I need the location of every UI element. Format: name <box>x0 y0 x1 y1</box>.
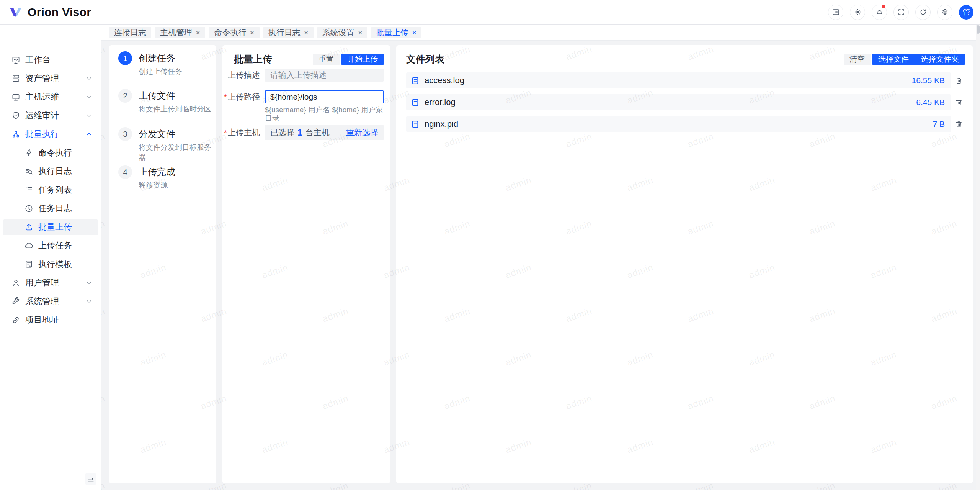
trash-icon <box>955 120 963 128</box>
required-asterisk: * <box>224 128 227 137</box>
close-icon[interactable]: × <box>358 28 363 36</box>
tab-system-settings[interactable]: 系统设置× <box>317 27 368 38</box>
sidebar-item-project-url[interactable]: 项目地址 <box>3 312 98 328</box>
reset-button[interactable]: 重置 <box>313 54 340 65</box>
text-caret <box>318 92 318 102</box>
sidebar-item-label: 运维审计 <box>25 110 59 121</box>
file-list-panel: 文件列表 清空 选择文件 选择文件夹 access.log <box>396 45 973 483</box>
select-folder-button[interactable]: 选择文件夹 <box>915 54 965 65</box>
upload-host-field: 已选择 1 台主机 重新选择 <box>265 125 384 140</box>
assets-icon <box>11 74 20 83</box>
user-icon <box>11 279 20 287</box>
notifications-button[interactable] <box>872 5 887 20</box>
upload-path-row: *上传路径 ${home}/logs <box>222 90 390 103</box>
upload-path-input[interactable]: ${home}/logs <box>265 90 384 103</box>
sidebar: 工作台 资产管理 主机运维 运维审计 批量执行 命令执行 执行日志 <box>0 25 101 490</box>
refresh-button[interactable] <box>915 5 931 20</box>
step-distribute-files: 3 分发文件 将文件分发到目标服务器 <box>118 127 213 162</box>
chevron-down-icon <box>85 112 93 119</box>
settings-button[interactable] <box>937 5 952 20</box>
sidebar-item-label: 批量执行 <box>25 128 59 140</box>
step-desc: 创建上传任务 <box>139 67 182 77</box>
select-file-button[interactable]: 选择文件 <box>872 54 915 65</box>
sidebar-item-label: 执行模板 <box>38 259 72 270</box>
sidebar-item-batch-upload[interactable]: 批量上传 <box>3 219 98 235</box>
clear-files-button[interactable]: 清空 <box>844 54 871 65</box>
shield-check-icon <box>11 111 20 120</box>
tab-command-exec[interactable]: 命令执行× <box>209 27 259 38</box>
step-number: 2 <box>118 89 132 103</box>
notification-badge <box>881 4 886 9</box>
step-connector <box>125 145 125 162</box>
sidebar-item-batch-exec[interactable]: 批量执行 <box>3 126 98 142</box>
close-icon[interactable]: × <box>304 28 309 36</box>
upload-path-value: ${home}/logs <box>270 92 317 102</box>
scrollbar-track[interactable] <box>976 25 980 490</box>
app-header: Orion Visor 管 <box>0 0 980 25</box>
theme-toggle-button[interactable] <box>850 5 865 20</box>
sidebar-item-upload-task[interactable]: 上传任务 <box>3 238 98 254</box>
start-upload-button[interactable]: 开始上传 <box>341 54 384 65</box>
upload-host-label: *上传主机 <box>222 127 265 138</box>
sidebar-item-command-exec[interactable]: 命令执行 <box>3 145 98 161</box>
sidebar-item-exec-template[interactable]: 执行模板 <box>3 256 98 272</box>
steps-panel: 1 创建任务 创建上传任务 2 上传文件 将文件上传到临时分区 3 <box>109 45 216 483</box>
sidebar-item-label: 用户管理 <box>25 277 59 288</box>
sidebar-item-task-log[interactable]: 任务日志 <box>3 200 98 216</box>
tab-batch-upload[interactable]: 批量上传× <box>371 27 421 38</box>
delete-file-button[interactable] <box>952 98 965 107</box>
main-area: 连接日志 主机管理× 命令执行× 执行日志× 系统设置× 批量上传× <box>101 25 980 490</box>
code-window-button[interactable] <box>828 5 843 20</box>
fullscreen-button[interactable] <box>893 5 909 20</box>
tab-connection-log[interactable]: 连接日志 <box>109 27 151 38</box>
sidebar-item-label: 批量上传 <box>38 221 72 233</box>
log-search-icon <box>24 167 33 176</box>
batch-exec-icon <box>11 130 20 139</box>
close-icon[interactable]: × <box>412 28 416 36</box>
required-asterisk: * <box>224 92 227 101</box>
upload-path-label: *上传路径 <box>222 92 265 102</box>
tab-bar: 连接日志 主机管理× 命令执行× 执行日志× 系统设置× 批量上传× <box>101 25 980 41</box>
sidebar-item-task-list[interactable]: 任务列表 <box>3 182 98 198</box>
app-title: Orion Visor <box>28 6 91 19</box>
close-icon[interactable]: × <box>196 28 200 36</box>
sidebar-item-label: 项目地址 <box>25 314 59 326</box>
page-content: 1 创建任务 创建上传任务 2 上传文件 将文件上传到临时分区 3 <box>101 41 980 490</box>
file-size: 16.55 KB <box>912 76 945 85</box>
step-title: 分发文件 <box>139 127 213 141</box>
upload-form-panel: 批量上传 重置 开始上传 上传描述 请输入上传描述 *上传路径 ${home}/… <box>222 45 390 483</box>
tab-host-mgmt[interactable]: 主机管理× <box>155 27 205 38</box>
chevron-down-icon <box>85 279 93 287</box>
sidebar-item-host-ops[interactable]: 主机运维 <box>3 89 98 105</box>
user-avatar[interactable]: 管 <box>959 5 973 20</box>
sidebar-item-audit[interactable]: 运维审计 <box>3 108 98 124</box>
refresh-icon <box>919 8 927 16</box>
delete-file-button[interactable] <box>952 77 965 85</box>
sidebar-item-workbench[interactable]: 工作台 <box>3 52 98 68</box>
sidebar-collapse-button[interactable] <box>85 473 96 485</box>
file-name: nginx.pid <box>425 119 458 129</box>
file-size: 7 B <box>933 120 945 129</box>
file-icon <box>411 98 420 107</box>
sidebar-item-system-mgmt[interactable]: 系统管理 <box>3 293 98 310</box>
tab-exec-log[interactable]: 执行日志× <box>263 27 314 38</box>
close-icon[interactable]: × <box>250 28 254 36</box>
header-actions: 管 <box>828 5 980 20</box>
step-connector <box>125 107 125 124</box>
step-desc: 将文件上传到临时分区 <box>139 104 211 114</box>
link-icon <box>11 316 20 324</box>
file-row-body: nginx.pid 7 B <box>406 116 951 132</box>
sidebar-item-user-mgmt[interactable]: 用户管理 <box>3 275 98 291</box>
upload-desc-input[interactable]: 请输入上传描述 <box>265 69 384 82</box>
sidebar-item-label: 上传任务 <box>38 240 72 251</box>
avatar-text: 管 <box>963 7 970 17</box>
tab-label: 主机管理 <box>160 27 192 38</box>
trash-icon <box>955 77 963 85</box>
sidebar-item-assets[interactable]: 资产管理 <box>3 70 98 87</box>
sidebar-item-exec-log[interactable]: 执行日志 <box>3 163 98 179</box>
delete-file-button[interactable] <box>952 120 965 128</box>
scrollbar-thumb[interactable] <box>977 25 980 34</box>
menu-fold-icon <box>87 475 95 483</box>
reselect-host-link[interactable]: 重新选择 <box>346 127 378 138</box>
tab-label: 系统设置 <box>322 27 354 38</box>
